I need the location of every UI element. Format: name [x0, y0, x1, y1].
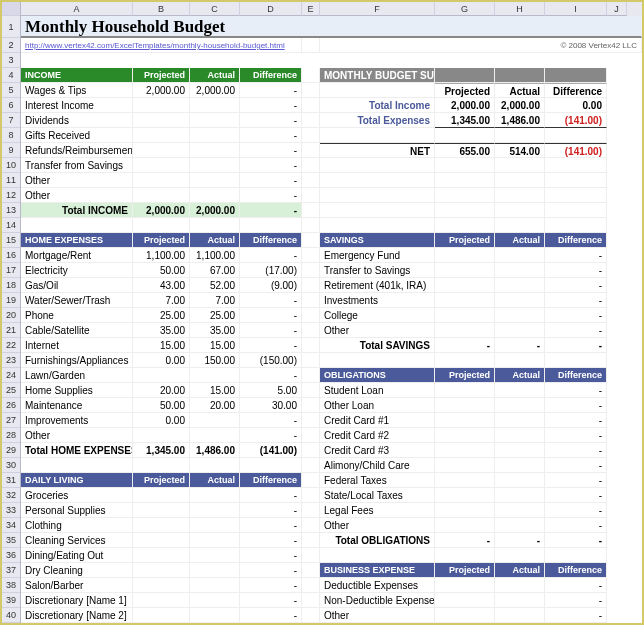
cell[interactable]	[320, 548, 435, 563]
row-label[interactable]: State/Local Taxes	[320, 488, 435, 503]
difference-cell[interactable]: -	[240, 533, 302, 548]
difference-cell[interactable]: -	[240, 203, 302, 218]
cell[interactable]	[545, 188, 607, 203]
projected-cell[interactable]	[133, 593, 190, 608]
row-label[interactable]: Alimony/Child Care	[320, 458, 435, 473]
difference-cell[interactable]: -	[240, 578, 302, 593]
row-label[interactable]: Student Loan	[320, 383, 435, 398]
row-label[interactable]: Gas/Oil	[21, 278, 133, 293]
actual-cell[interactable]	[190, 158, 240, 173]
difference-cell[interactable]: -	[545, 578, 607, 593]
cell[interactable]	[240, 218, 302, 233]
cell[interactable]	[320, 158, 435, 173]
projected-cell[interactable]	[133, 143, 190, 158]
cell[interactable]	[320, 218, 435, 233]
cell[interactable]	[435, 173, 495, 188]
row-label[interactable]: Cable/Satellite	[21, 323, 133, 338]
cell[interactable]	[545, 128, 607, 143]
cell[interactable]	[190, 458, 240, 473]
actual-cell[interactable]: 1,100.00	[190, 248, 240, 263]
cell[interactable]	[545, 173, 607, 188]
difference-cell[interactable]: -	[240, 188, 302, 203]
difference-cell[interactable]: -	[240, 83, 302, 98]
row-label[interactable]: Dividends	[21, 113, 133, 128]
actual-cell[interactable]	[495, 308, 545, 323]
row-label[interactable]: Other Loan	[320, 398, 435, 413]
difference-cell[interactable]: -	[240, 608, 302, 623]
cell[interactable]	[435, 188, 495, 203]
projected-cell[interactable]	[435, 578, 495, 593]
actual-cell[interactable]	[495, 578, 545, 593]
row-label[interactable]: Interest Income	[21, 98, 133, 113]
cell[interactable]	[495, 188, 545, 203]
row-label[interactable]: Lawn/Garden	[21, 368, 133, 383]
projected-cell[interactable]: 25.00	[133, 308, 190, 323]
projected-cell[interactable]	[435, 413, 495, 428]
projected-cell[interactable]	[435, 308, 495, 323]
difference-cell[interactable]: -	[545, 488, 607, 503]
projected-cell[interactable]	[435, 593, 495, 608]
cell[interactable]	[133, 218, 190, 233]
difference-cell[interactable]: -	[545, 383, 607, 398]
difference-cell[interactable]: -	[545, 413, 607, 428]
difference-cell[interactable]: -	[240, 98, 302, 113]
actual-cell[interactable]: 67.00	[190, 263, 240, 278]
projected-cell[interactable]	[435, 503, 495, 518]
actual-cell[interactable]	[190, 578, 240, 593]
projected-cell[interactable]: 50.00	[133, 263, 190, 278]
row-label[interactable]: Transfer to Savings	[320, 263, 435, 278]
difference-cell[interactable]: -	[240, 173, 302, 188]
projected-cell[interactable]	[133, 533, 190, 548]
actual-cell[interactable]	[190, 488, 240, 503]
row-label[interactable]: Salon/Barber	[21, 578, 133, 593]
row-label[interactable]: Legal Fees	[320, 503, 435, 518]
difference-cell[interactable]: -	[240, 128, 302, 143]
projected-cell[interactable]	[133, 188, 190, 203]
projected-cell[interactable]: 1,345.00	[133, 443, 190, 458]
projected-cell[interactable]	[435, 428, 495, 443]
actual-cell[interactable]	[495, 323, 545, 338]
actual-cell[interactable]	[495, 443, 545, 458]
difference-cell[interactable]: -	[240, 323, 302, 338]
actual-cell[interactable]	[495, 413, 545, 428]
cell[interactable]	[495, 218, 545, 233]
difference-cell[interactable]: -	[545, 503, 607, 518]
actual-cell[interactable]	[495, 488, 545, 503]
total-label[interactable]: Total SAVINGS	[320, 338, 435, 353]
projected-cell[interactable]	[133, 488, 190, 503]
actual-cell[interactable]	[495, 593, 545, 608]
projected-cell[interactable]	[133, 503, 190, 518]
difference-cell[interactable]: -	[240, 248, 302, 263]
cell[interactable]	[21, 458, 133, 473]
difference-cell[interactable]: -	[545, 308, 607, 323]
cell[interactable]	[133, 458, 190, 473]
projected-cell[interactable]	[435, 608, 495, 623]
row-label[interactable]: Other	[21, 188, 133, 203]
projected-cell[interactable]	[435, 443, 495, 458]
projected-cell[interactable]: 7.00	[133, 293, 190, 308]
projected-cell[interactable]: 2,000.00	[133, 83, 190, 98]
actual-cell[interactable]	[190, 98, 240, 113]
row-label[interactable]: Total INCOME	[21, 203, 133, 218]
cell[interactable]	[495, 548, 545, 563]
actual-cell[interactable]	[190, 128, 240, 143]
difference-cell[interactable]: -	[545, 323, 607, 338]
row-label[interactable]: College	[320, 308, 435, 323]
difference-cell[interactable]: -	[240, 428, 302, 443]
cell[interactable]	[435, 128, 495, 143]
projected-cell[interactable]: 43.00	[133, 278, 190, 293]
cell[interactable]	[435, 353, 495, 368]
difference-cell[interactable]: -	[545, 473, 607, 488]
cell[interactable]	[190, 218, 240, 233]
total-label[interactable]: Total OBLIGATIONS	[320, 533, 435, 548]
actual-cell[interactable]	[190, 143, 240, 158]
projected-cell[interactable]	[133, 128, 190, 143]
cell[interactable]	[320, 353, 435, 368]
projected-cell[interactable]	[133, 548, 190, 563]
actual-cell[interactable]	[495, 608, 545, 623]
cell[interactable]	[495, 203, 545, 218]
actual-cell[interactable]	[190, 608, 240, 623]
actual-cell[interactable]	[190, 428, 240, 443]
actual-cell[interactable]: 2,000.00	[190, 83, 240, 98]
projected-cell[interactable]	[133, 173, 190, 188]
